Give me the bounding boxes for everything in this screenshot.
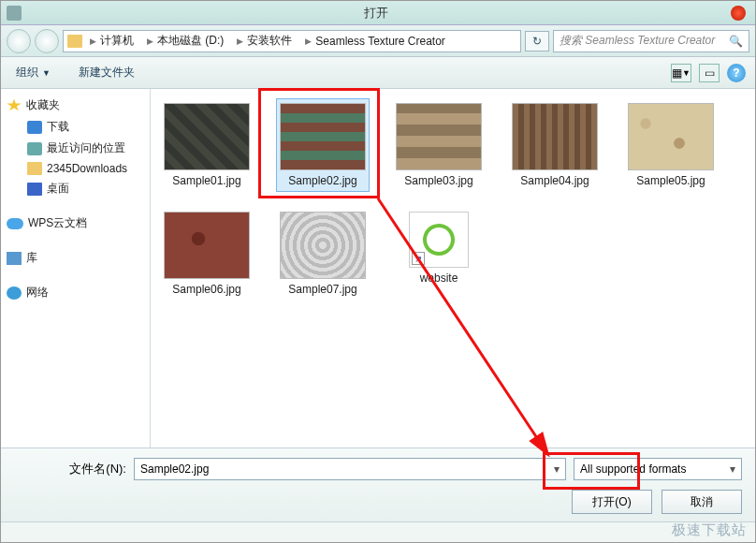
- file-item-0[interactable]: Sample01.jpg: [160, 98, 254, 192]
- close-icon[interactable]: [731, 6, 746, 21]
- crumb-1[interactable]: ▶本地磁盘 (D:): [141, 31, 229, 51]
- file-label: Sample01.jpg: [172, 174, 240, 187]
- shortcut-arrow-icon: ↗: [412, 252, 425, 265]
- chevron-down-icon[interactable]: ▾: [554, 462, 560, 476]
- file-label: website: [420, 272, 458, 285]
- shortcut-icon: ↗: [409, 212, 469, 268]
- filename-value: Sample02.jpg: [140, 462, 209, 476]
- file-item-5[interactable]: Sample06.jpg: [160, 207, 254, 301]
- sidebar-favorites[interactable]: 收藏夹: [1, 95, 150, 116]
- crumb-3[interactable]: ▶Seamless Texture Creator: [299, 33, 451, 50]
- file-thumbnail: [628, 103, 714, 170]
- sidebar-2345[interactable]: 2345Downloads: [1, 159, 150, 178]
- file-label: Sample04.jpg: [520, 174, 589, 187]
- forward-button[interactable]: [35, 29, 59, 53]
- open-button[interactable]: 打开(O): [572, 490, 652, 514]
- crumb-0[interactable]: ▶计算机: [84, 31, 139, 51]
- sidebar-item-label: 下载: [47, 119, 69, 135]
- file-item-3[interactable]: Sample04.jpg: [508, 98, 602, 192]
- file-thumbnail: [396, 103, 482, 170]
- file-thumbnail: [280, 103, 366, 170]
- file-label: Sample02.jpg: [288, 174, 356, 187]
- sidebar-desktop[interactable]: 桌面: [1, 178, 150, 199]
- crumb-label: 安装软件: [247, 33, 292, 49]
- help-button[interactable]: ?: [727, 64, 746, 82]
- organize-label: 组织: [16, 65, 38, 81]
- file-thumbnail: [164, 212, 250, 279]
- file-item-1[interactable]: Sample02.jpg: [276, 98, 370, 192]
- search-input[interactable]: 搜索 Seamless Texture Creator 🔍: [553, 30, 749, 52]
- file-type-filter[interactable]: All supported formats ▾: [574, 458, 742, 480]
- chevron-updown-icon: ▾: [730, 462, 735, 476]
- preview-pane-button[interactable]: ▭: [699, 64, 720, 82]
- file-label: Sample05.jpg: [636, 174, 705, 187]
- star-icon: [7, 99, 22, 112]
- file-item-6[interactable]: Sample07.jpg: [276, 207, 370, 301]
- file-label: Sample03.jpg: [404, 174, 472, 187]
- sidebar-item-label: 收藏夹: [26, 97, 60, 113]
- open-label: 打开(O): [592, 494, 631, 510]
- watermark: 极速下载站: [672, 521, 747, 539]
- sidebar-wps[interactable]: WPS云文档: [1, 213, 150, 234]
- search-icon: 🔍: [729, 35, 743, 48]
- refresh-button[interactable]: ↻: [525, 31, 549, 51]
- folder-icon: [67, 35, 82, 48]
- organize-button[interactable]: 组织 ▼: [10, 62, 56, 83]
- status-bar: [1, 521, 755, 542]
- toolbar: 组织 ▼ 新建文件夹 ▦ ▼ ▭ ?: [1, 57, 755, 89]
- file-label: Sample06.jpg: [172, 283, 240, 296]
- bottom-bar: 文件名(N): Sample02.jpg ▾ All supported for…: [1, 448, 755, 521]
- file-thumbnail: [280, 212, 366, 279]
- file-label: Sample07.jpg: [288, 283, 356, 296]
- file-item-shortcut[interactable]: ↗website: [392, 207, 486, 301]
- cancel-button[interactable]: 取消: [662, 490, 742, 514]
- sidebar-recent[interactable]: 最近访问的位置: [1, 138, 150, 159]
- navigation-row: ▶计算机 ▶本地磁盘 (D:) ▶安装软件 ▶Seamless Texture …: [1, 25, 755, 57]
- filename-input[interactable]: Sample02.jpg ▾: [134, 458, 566, 480]
- sidebar: 收藏夹 下载 最近访问的位置 2345Downloads 桌面 WPS云文档 库…: [1, 89, 151, 448]
- filename-label: 文件名(N):: [14, 461, 126, 477]
- library-icon: [7, 252, 22, 265]
- new-folder-button[interactable]: 新建文件夹: [73, 62, 140, 83]
- newfolder-label: 新建文件夹: [79, 65, 135, 81]
- network-icon: [7, 286, 22, 300]
- sidebar-downloads[interactable]: 下载: [1, 116, 150, 138]
- search-placeholder: 搜索 Seamless Texture Creator: [560, 33, 715, 49]
- cancel-label: 取消: [691, 494, 713, 510]
- desktop-icon: [27, 183, 42, 196]
- file-item-4[interactable]: Sample05.jpg: [624, 98, 718, 192]
- cloud-icon: [7, 218, 23, 229]
- recent-icon: [27, 142, 42, 155]
- sidebar-item-label: 2345Downloads: [47, 162, 127, 175]
- crumb-label: 本地磁盘 (D:): [157, 33, 224, 49]
- sidebar-item-label: 最近访问的位置: [47, 140, 125, 156]
- sidebar-item-label: 库: [26, 250, 37, 266]
- filter-value: All supported formats: [580, 462, 686, 476]
- window-title: 打开: [22, 5, 731, 22]
- sidebar-item-label: 桌面: [47, 181, 69, 197]
- system-icon: [7, 6, 22, 21]
- file-item-2[interactable]: Sample03.jpg: [392, 98, 486, 192]
- back-button[interactable]: [7, 29, 31, 53]
- sidebar-library[interactable]: 库: [1, 247, 150, 269]
- sidebar-item-label: 网络: [26, 285, 49, 301]
- download-icon: [27, 121, 42, 134]
- dialog-body: 收藏夹 下载 最近访问的位置 2345Downloads 桌面 WPS云文档 库…: [1, 89, 755, 448]
- crumb-label: 计算机: [100, 33, 134, 49]
- breadcrumb[interactable]: ▶计算机 ▶本地磁盘 (D:) ▶安装软件 ▶Seamless Texture …: [63, 30, 521, 52]
- folder-icon: [27, 162, 42, 175]
- open-dialog-window: 打开 ▶计算机 ▶本地磁盘 (D:) ▶安装软件 ▶Seamless Textu…: [0, 0, 756, 543]
- file-thumbnail: [512, 103, 598, 170]
- file-grid: Sample01.jpgSample02.jpgSample03.jpgSamp…: [160, 98, 746, 301]
- view-button[interactable]: ▦ ▼: [671, 64, 691, 82]
- file-thumbnail: [164, 103, 250, 170]
- crumb-label: Seamless Texture Creator: [315, 35, 445, 48]
- titlebar: 打开: [1, 1, 755, 25]
- chevron-down-icon: ▼: [42, 68, 51, 78]
- file-area[interactable]: Sample01.jpgSample02.jpgSample03.jpgSamp…: [151, 89, 755, 448]
- sidebar-network[interactable]: 网络: [1, 282, 150, 303]
- sidebar-item-label: WPS云文档: [28, 215, 87, 231]
- crumb-2[interactable]: ▶安装软件: [231, 31, 298, 51]
